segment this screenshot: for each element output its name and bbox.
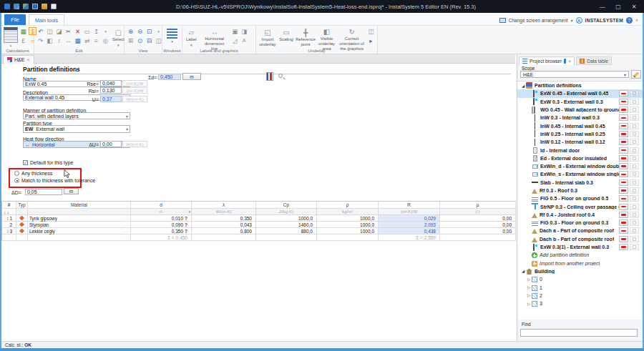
delete-icon[interactable] [74, 27, 82, 35]
split-view-icon[interactable] [367, 27, 375, 35]
rho-cell[interactable]: 1000,0 [317, 222, 379, 228]
delete-partition-button[interactable] [619, 212, 628, 218]
cp-cell[interactable]: 1000,0 [256, 215, 317, 222]
partition-type-dropdown[interactable]: EW External wall [23, 125, 130, 133]
thickness-cell[interactable]: 0,010? [131, 215, 192, 222]
delete-partition-button[interactable] [619, 90, 628, 97]
chevron-down-icon[interactable] [102, 27, 109, 35]
thickness-help-icon[interactable]: ? [185, 222, 187, 227]
expander-expanded-icon[interactable] [520, 269, 526, 273]
delete-partition-button[interactable] [619, 171, 628, 177]
save-icon[interactable] [32, 4, 38, 9]
screenshot-icon[interactable] [23, 4, 29, 9]
tree-item-inw-0-25-internal-wall-0-25[interactable]: InW 0.25 - Internal wall 0.25 [517, 130, 643, 138]
tree-item-0[interactable]: 0 [517, 275, 643, 283]
tree-item-wg-0-45-wall-adjacent-to-ground-0-45[interactable]: WG 0.45 - Wall adjacent to ground 0.45 [517, 106, 643, 114]
tree-item-exw-0-3-1-external-wall-0-3[interactable]: ExW 0.3(1) - External wall 0.3 [517, 243, 643, 251]
redo-icon[interactable] [36, 36, 44, 44]
thickness-help-icon[interactable]: ? [185, 229, 187, 234]
cp-cell[interactable]: 880,0 [256, 228, 317, 234]
maximize-button[interactable]: ▢ [611, 1, 625, 11]
tree-item-exw-0-3-external-wall-0-3[interactable]: ExW 0.3 - External wall 0.3 [517, 98, 643, 106]
layer-type-cell[interactable] [16, 215, 28, 222]
delete-partition-button[interactable] [619, 179, 628, 186]
chevron-down-icon[interactable] [7, 44, 15, 47]
zoom-region-icon[interactable] [145, 27, 153, 35]
close-panel-icon[interactable]: × [568, 59, 571, 64]
expander-expanded-icon[interactable] [520, 84, 526, 88]
delete-partition-button[interactable] [619, 244, 628, 250]
horizontal-dimension-line-button[interactable]: Horizontal dimension line [200, 27, 230, 49]
expander-collapsed-icon[interactable] [526, 277, 532, 282]
open-project-icon[interactable] [42, 4, 47, 9]
split-icon[interactable] [46, 36, 54, 44]
tree-item-3[interactable]: 3 [517, 300, 643, 307]
find-input[interactable] [520, 329, 638, 337]
tree-item-1[interactable]: 1 [517, 283, 643, 291]
main-tools-tab[interactable]: Main tools [29, 14, 64, 25]
layer-row-number[interactable]: ↕3 [2, 228, 16, 234]
expander-collapsed-icon[interactable] [526, 285, 532, 290]
rho-cell[interactable]: 1000,0 [317, 215, 379, 222]
import-underlay-button[interactable]: Import underlay [258, 27, 277, 49]
help-icon[interactable]: ? [626, 17, 633, 24]
tree-item-rf-0-3-roof-0-3[interactable]: Rf 0.3 - Roof 0.3 [517, 187, 643, 194]
tree-item-id-internal-door[interactable]: Id - Internal door [517, 146, 643, 154]
paste-icon[interactable] [55, 27, 63, 35]
delete-partition-button[interactable] [619, 114, 628, 121]
thickness-help-icon[interactable]: ? [185, 216, 187, 221]
align-vertical-icon[interactable] [55, 36, 63, 44]
tree-root-building[interactable]: Building [517, 267, 643, 275]
document-tab-he[interactable]: H&E × [3, 55, 34, 64]
layer-type-cell[interactable] [16, 222, 28, 228]
manner-dropdown[interactable]: Part. with defined layers [23, 112, 130, 119]
delete-partition-button[interactable] [619, 227, 628, 234]
delete-partition-button[interactable] [619, 123, 628, 129]
tree-item-slab-internal-slab-0-3[interactable]: Slab - Internal slab 0.3 [517, 179, 643, 187]
copy-icon[interactable] [46, 27, 54, 35]
rsi-input[interactable] [100, 87, 122, 94]
tree-item-exwin-s-external-window-single-glazing[interactable]: ExWin_s - External window single glazing [517, 170, 643, 178]
picture-icon[interactable] [231, 27, 239, 35]
cp-cell[interactable]: 1460,0 [256, 222, 317, 228]
minimize-button[interactable]: — [595, 1, 610, 11]
delete-partition-button[interactable] [619, 155, 628, 162]
any-thickness-radio[interactable] [14, 171, 19, 176]
zoom-out-icon[interactable] [136, 27, 144, 35]
tree-item-inw-0-3-internal-wall-0-3[interactable]: InW 0.3 - Internal wall 0.3 [517, 114, 643, 122]
zoom-previous-icon[interactable] [136, 36, 144, 44]
edit-scope-button[interactable] [631, 70, 641, 79]
zoom-in-icon[interactable] [127, 27, 135, 35]
tree-item-rf-0-4-joisted-roof-0-4[interactable]: Rf 0.4 - Joisted roof 0.4 [517, 211, 643, 219]
pin-icon[interactable] [564, 59, 566, 64]
tree-item-flg-0-3-floor-on-ground-0-3[interactable]: FlG 0.3 - Floor on ground 0.3 [517, 219, 643, 227]
ring-icon[interactable] [102, 36, 109, 44]
change-screen-arrangement-button[interactable]: Change screen arrangement [509, 18, 568, 23]
tree-item-inw-0-45-internal-wall-0-45[interactable]: InW 0.45 - Internal wall 0.45 [517, 122, 643, 129]
filter-chevron-icon[interactable] [188, 209, 190, 214]
sigma-d-unit-button[interactable]: m [182, 73, 201, 80]
chevron-down-icon[interactable] [171, 39, 173, 44]
more-icon[interactable]: … [124, 229, 129, 233]
settings-icon[interactable] [14, 4, 19, 9]
insert-row-icon[interactable]: ↓ [4, 209, 6, 214]
delete-partition-button[interactable] [619, 236, 628, 242]
tree-item-import-from-another-project[interactable]: Import from another project [517, 259, 643, 267]
delete-partition-button[interactable] [619, 204, 628, 210]
delete-partition-button[interactable] [619, 163, 628, 169]
close-button[interactable]: ✕ [627, 1, 641, 11]
file-tab[interactable]: File [4, 14, 26, 25]
tree-item-2[interactable]: 2 [517, 292, 643, 300]
lambda-cell[interactable]: 0,800 [192, 228, 256, 234]
new-file-icon[interactable] [51, 4, 57, 9]
tree-item-flg-0-5-floor-on-ground-0-5[interactable]: FlG 0.5 - Floor on ground 0.5 [517, 194, 643, 202]
default-for-type-checkbox[interactable]: ✓ [23, 160, 28, 165]
align-horizontal-icon[interactable] [64, 36, 72, 44]
layer-row-number[interactable]: ↕1 [2, 215, 16, 222]
cut-icon[interactable] [64, 27, 72, 35]
delete-partition-button[interactable] [619, 219, 628, 226]
material-cell[interactable]: Lekkie cegły… [28, 228, 131, 234]
tree-root-partition-definitions[interactable]: Partition definitions [517, 81, 643, 89]
scope-dropdown[interactable]: H&E [520, 71, 629, 78]
tree-item-exw-0-45-external-wall-0-45[interactable]: ExW 0.45 - External wall 0.45 [517, 89, 643, 97]
